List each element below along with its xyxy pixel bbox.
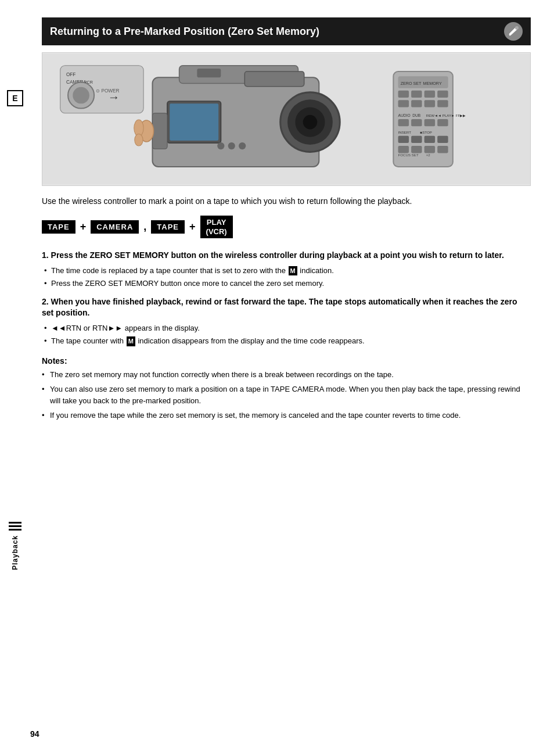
svg-rect-44	[425, 119, 435, 126]
m-indicator-2: M	[127, 336, 135, 346]
svg-rect-38	[437, 100, 448, 107]
title-icon	[504, 22, 523, 41]
steps-section: 1. Press the ZERO SET MEMORY button on t…	[42, 250, 531, 347]
svg-rect-49	[411, 136, 422, 143]
svg-text:×2: ×2	[426, 153, 431, 157]
svg-text:FOCUS SET: FOCUS SET	[398, 153, 419, 157]
play-vcr-button: PLAY (VCR)	[200, 216, 233, 238]
main-content: Returning to a Pre-Marked Position (Zero…	[30, 0, 554, 448]
playback-lines-icon	[9, 522, 21, 531]
title-bar: Returning to a Pre-Marked Position (Zero…	[42, 17, 531, 45]
svg-rect-51	[437, 136, 448, 143]
step-1-title: 1. Press the ZERO SET MEMORY button on t…	[42, 250, 531, 261]
svg-rect-33	[425, 91, 435, 98]
camera-diagram-area: OFF CAMERA VCR ⊙ POWER →	[42, 52, 531, 186]
plus-sign-1: +	[80, 221, 87, 233]
svg-text:→: →	[108, 90, 120, 103]
step-2: 2. When you have finished playback, rewi…	[42, 296, 531, 347]
step-2-bullet-2: The tape counter with M indication disap…	[51, 335, 531, 347]
svg-text:INSERT: INSERT	[398, 130, 412, 134]
note-item-2: You can also use zero set memory to mark…	[42, 384, 531, 406]
svg-rect-55	[437, 146, 448, 153]
svg-text:REW◄◄ PLAY► FF▶▶: REW◄◄ PLAY► FF▶▶	[426, 113, 466, 117]
step-1-bullets: The time code is replaced by a tape coun…	[42, 265, 531, 289]
note-item-1: The zero set memory may not function cor…	[42, 369, 531, 381]
notes-list: The zero set memory may not function cor…	[42, 369, 531, 421]
m-indicator-1: M	[289, 266, 297, 276]
step-2-title: 2. When you have finished playback, rewi…	[42, 296, 531, 319]
svg-rect-48	[398, 136, 409, 143]
playback-label: Playback	[0, 522, 30, 570]
svg-point-14	[303, 115, 318, 130]
svg-text:ZERO SET: ZERO SET	[401, 81, 422, 86]
svg-text:OFF: OFF	[66, 72, 75, 77]
note-item-3: If you remove the tape while the zero se…	[42, 410, 531, 421]
plus-sign-2: +	[189, 221, 196, 233]
svg-point-7	[73, 87, 89, 104]
e-label: E	[7, 90, 23, 106]
notes-title: Notes:	[42, 356, 531, 366]
svg-rect-22	[197, 69, 221, 77]
step-1-bullet-2: Press the ZERO SET MEMORY button once mo…	[51, 278, 531, 289]
tape-button-2: TAPE	[151, 220, 185, 234]
svg-text:■STOP: ■STOP	[420, 130, 431, 134]
left-sidebar: E Playback	[0, 0, 30, 756]
svg-rect-31	[398, 91, 409, 98]
page-number: 94	[30, 729, 39, 739]
svg-rect-36	[411, 100, 422, 107]
svg-point-20	[228, 142, 235, 149]
svg-rect-23	[153, 113, 168, 149]
playback-text: Playback	[11, 535, 19, 570]
camera-button: CAMERA	[91, 220, 139, 234]
svg-rect-50	[425, 136, 435, 143]
svg-rect-16	[170, 103, 218, 141]
step-2-bullets: ◄◄RTN or RTN►► appears in the display. T…	[42, 323, 531, 347]
step-2-bullet-1: ◄◄RTN or RTN►► appears in the display.	[51, 323, 531, 334]
svg-rect-37	[425, 100, 435, 107]
svg-rect-43	[411, 119, 422, 126]
notes-section: Notes: The zero set memory may not funct…	[42, 356, 531, 421]
page-title: Returning to a Pre-Marked Position (Zero…	[50, 26, 319, 38]
svg-point-21	[239, 142, 246, 149]
comma-sign: ,	[143, 221, 146, 233]
svg-rect-18	[244, 71, 304, 87]
svg-point-0	[515, 26, 519, 30]
svg-rect-42	[398, 119, 409, 126]
svg-text:MEMORY: MEMORY	[423, 81, 442, 86]
svg-rect-32	[411, 91, 422, 98]
svg-text:AUDIO: AUDIO	[398, 113, 411, 117]
description-text: Use the wireless controller to mark a po…	[42, 195, 531, 207]
step-1: 1. Press the ZERO SET MEMORY button on t…	[42, 250, 531, 289]
svg-rect-34	[437, 91, 448, 98]
step-1-bullet-1: The time code is replaced by a tape coun…	[51, 265, 531, 277]
tape-button-1: TAPE	[42, 220, 75, 234]
svg-rect-35	[398, 100, 409, 107]
svg-text:DUB: DUB	[412, 113, 421, 117]
button-combo-row: TAPE + CAMERA , TAPE + PLAY (VCR)	[42, 216, 531, 238]
svg-rect-45	[437, 119, 448, 126]
svg-point-19	[217, 142, 224, 149]
svg-point-26	[135, 134, 143, 146]
